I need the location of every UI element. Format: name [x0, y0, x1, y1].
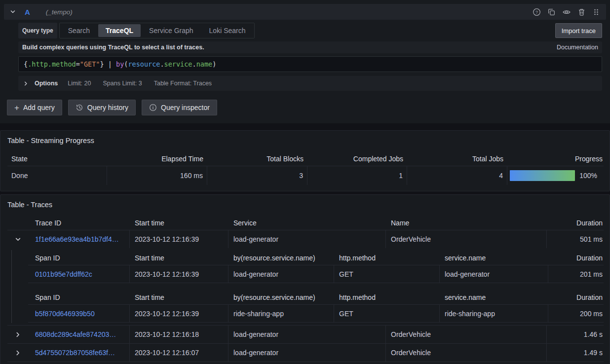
- col-header-total-blocks[interactable]: Total Blocks: [207, 151, 307, 166]
- cell-state: Done: [7, 166, 107, 185]
- col-header-service[interactable]: Service: [229, 216, 386, 230]
- code-token: ): [212, 60, 216, 68]
- col-header-by-resource-service-name[interactable]: by(resource.service.name): [229, 290, 334, 305]
- cell-start-time: 2023-10-12 12:16:07: [130, 344, 229, 362]
- hide-response-eye-icon[interactable]: [562, 8, 571, 16]
- span-id-link[interactable]: 0101b95e7ddff62c: [35, 270, 92, 278]
- duplicate-icon[interactable]: [547, 8, 556, 16]
- code-token: name: [196, 60, 213, 68]
- col-header-trace-id[interactable]: Trace ID: [28, 216, 130, 230]
- trace-row-group: 1f1e66a6e93ea4b1b7df4… 2023-10-12 12:16:…: [7, 230, 604, 326]
- svg-text:?: ?: [535, 9, 538, 14]
- col-header-service-name[interactable]: service.name: [440, 251, 548, 265]
- code-token: by: [116, 60, 124, 68]
- query-history-button[interactable]: Query history: [68, 100, 136, 115]
- query-type-row: Query type Search TraceQL Service Graph …: [18, 23, 602, 38]
- collapse-query-chevron-icon[interactable]: [10, 9, 16, 15]
- delete-query-trash-icon[interactable]: [577, 8, 586, 16]
- code-token: }: [100, 60, 104, 68]
- query-type-option-search[interactable]: Search: [61, 24, 97, 37]
- col-header-by-resource-service-name[interactable]: by(resource.service.name): [229, 251, 334, 265]
- code-token: .: [160, 60, 164, 68]
- traces-panel: Table - Traces Trace ID Start time Servi…: [0, 194, 610, 364]
- trace-id-link[interactable]: 5d4755072b87058fe63f…: [35, 349, 115, 357]
- cell-span-duration: 200 ms: [548, 305, 604, 323]
- code-token: =: [76, 60, 80, 68]
- col-header-span-start-time[interactable]: Start time: [130, 290, 229, 305]
- col-header-spacer: [7, 251, 28, 265]
- documentation-link[interactable]: Documentation: [557, 44, 598, 51]
- query-row-header: A (_tempo) ?: [4, 4, 606, 20]
- cell-start-time: 2023-10-12 12:16:18: [130, 326, 229, 343]
- query-inspector-button[interactable]: Query inspector: [142, 100, 217, 115]
- add-query-label: Add query: [23, 104, 55, 111]
- query-type-option-traceql[interactable]: TraceQL: [98, 24, 141, 37]
- options-chevron-icon: [23, 81, 29, 86]
- col-header-progress[interactable]: Progress: [507, 151, 604, 166]
- col-header-total-jobs[interactable]: Total Jobs: [407, 151, 507, 166]
- col-header-http-method[interactable]: http.method: [334, 251, 440, 265]
- query-header-actions: ?: [533, 8, 600, 16]
- help-icon[interactable]: ?: [533, 8, 541, 16]
- trace-row: 1f1e66a6e93ea4b1b7df4… 2023-10-12 12:16:…: [7, 230, 604, 248]
- col-header-completed-jobs[interactable]: Completed Jobs: [307, 151, 407, 166]
- options-collapsible-row[interactable]: Options Limit: 20 Spans Limit: 3 Table F…: [18, 76, 602, 91]
- cell-progress: 100%: [507, 166, 604, 185]
- code-token: |: [104, 60, 116, 68]
- cell-span-id: 0101b95e7ddff62c: [28, 265, 130, 283]
- query-history-label: Query history: [87, 104, 128, 111]
- col-header-start-time[interactable]: Start time: [130, 216, 229, 230]
- col-header-span-id[interactable]: Span ID: [28, 290, 130, 305]
- col-header-http-method[interactable]: http.method: [334, 290, 440, 305]
- cell-total-blocks: 3: [207, 166, 307, 185]
- cell-spacer: [7, 305, 28, 323]
- code-token: service: [164, 60, 192, 68]
- span-id-link[interactable]: b5f870d646939b50: [35, 310, 95, 318]
- col-header-span-duration[interactable]: Duration: [548, 290, 604, 305]
- streaming-progress-panel: Table - Streaming Progress State Elapsed…: [0, 130, 610, 191]
- traceql-description-row: Build complex queries using TraceQL to s…: [18, 41, 602, 53]
- collapse-row-chevron-icon[interactable]: [7, 230, 28, 248]
- col-header-service-name[interactable]: service.name: [440, 290, 548, 305]
- span-row: b5f870d646939b50 2023-10-12 12:16:39 rid…: [7, 305, 604, 323]
- expand-row-chevron-icon[interactable]: [7, 344, 28, 362]
- cell-span-id: b5f870d646939b50: [28, 305, 130, 323]
- query-type-label: Query type: [18, 23, 57, 38]
- col-header-span-start-time[interactable]: Start time: [130, 251, 229, 265]
- cell-duration: 1.46 s: [547, 326, 604, 343]
- import-trace-button[interactable]: Import trace: [555, 23, 602, 38]
- col-header-expander: [7, 216, 28, 230]
- traceql-query-input[interactable]: {.http.method="GET"} | by(resource.servi…: [18, 56, 602, 72]
- cell-service-name: load-generator: [440, 265, 548, 283]
- datasource-hint: (_tempo): [46, 8, 533, 16]
- trace-row-group: 6808dc289c4afe874203… 2023-10-12 12:16:1…: [7, 326, 604, 344]
- cell-duration: 501 ms: [547, 230, 604, 248]
- col-header-span-id[interactable]: Span ID: [28, 251, 130, 265]
- progress-percent: 100%: [579, 172, 597, 180]
- col-header-state[interactable]: State: [7, 151, 107, 166]
- drag-handle-icon[interactable]: [592, 8, 600, 16]
- trace-id-link[interactable]: 1f1e66a6e93ea4b1b7df4…: [35, 235, 119, 243]
- traceql-description: Build complex queries using TraceQL to s…: [22, 44, 204, 51]
- code-token: resource: [128, 60, 160, 68]
- history-icon: [76, 104, 83, 111]
- query-type-option-service-graph[interactable]: Service Graph: [142, 24, 200, 37]
- streaming-table-row: Done 160 ms 3 1 4 100%: [7, 166, 604, 185]
- cell-spacer: [7, 265, 28, 283]
- code-token: (: [124, 60, 128, 68]
- trace-row: 6808dc289c4afe874203… 2023-10-12 12:16:1…: [7, 326, 604, 343]
- trace-id-link[interactable]: 6808dc289c4afe874203…: [35, 330, 116, 338]
- query-ref-id[interactable]: A: [25, 8, 30, 16]
- add-query-button[interactable]: + Add query: [7, 100, 62, 115]
- col-header-duration[interactable]: Duration: [547, 216, 604, 230]
- cell-by-resource-service-name: load-generator: [229, 265, 334, 283]
- cell-name: OrderVehicle: [386, 326, 547, 343]
- col-header-name[interactable]: Name: [386, 216, 547, 230]
- query-type-option-loki-search[interactable]: Loki Search: [202, 24, 253, 37]
- expand-row-chevron-icon[interactable]: [7, 326, 28, 343]
- code-token: .http.method: [28, 60, 76, 68]
- col-header-elapsed-time[interactable]: Elapsed Time: [107, 151, 207, 166]
- col-header-span-duration[interactable]: Duration: [548, 251, 604, 265]
- options-limit: Limit: 20: [68, 80, 91, 87]
- query-editor-body: Query type Search TraceQL Service Graph …: [18, 23, 602, 91]
